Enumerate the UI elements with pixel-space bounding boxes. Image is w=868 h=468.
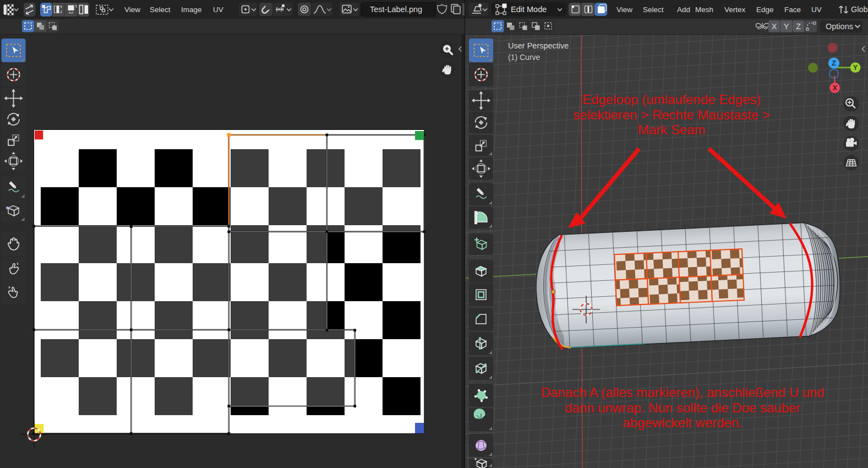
svg-text:Face: Face — [784, 6, 801, 14]
svg-text:Mark Seam: Mark Seam — [638, 122, 706, 137]
svg-text:Z: Z — [796, 22, 801, 31]
svg-text:UV: UV — [811, 6, 822, 14]
svg-text:UV: UV — [213, 6, 223, 14]
svg-text:Mesh: Mesh — [695, 6, 713, 14]
svg-text:Test-Label.png: Test-Label.png — [370, 5, 422, 14]
svg-text:selektieren > Rechte Maustaste: selektieren > Rechte Maustaste > — [573, 107, 770, 122]
svg-text:Z: Z — [832, 59, 836, 67]
svg-text:Add: Add — [677, 6, 690, 14]
svg-text:Y: Y — [853, 64, 858, 72]
svg-text:Danach A (alles markieren), an: Danach A (alles markieren), anschließend… — [541, 385, 825, 400]
svg-text:Select: Select — [643, 6, 664, 14]
svg-text:Edit Mode: Edit Mode — [511, 5, 547, 14]
svg-text:Edge: Edge — [756, 6, 774, 14]
svg-text:abgewickelt werden.: abgewickelt werden. — [623, 415, 742, 430]
svg-text:Y: Y — [784, 22, 789, 31]
svg-text:X: X — [833, 84, 837, 92]
svg-text:Options: Options — [826, 22, 853, 31]
svg-text:dann unwrap. Nun sollte die Do: dann unwrap. Nun sollte die Doe sauber — [565, 400, 800, 415]
svg-text:Vertex: Vertex — [724, 6, 746, 14]
svg-text:View: View — [616, 6, 632, 14]
svg-text:Global: Global — [851, 5, 868, 14]
svg-text:User Perspective: User Perspective — [508, 41, 569, 50]
svg-text:Edgeloop (umlaufende Edges): Edgeloop (umlaufende Edges) — [582, 92, 761, 107]
svg-text:Select: Select — [150, 6, 171, 14]
svg-text:(1) Curve: (1) Curve — [508, 53, 541, 62]
svg-text:View: View — [124, 6, 140, 14]
svg-text:Image: Image — [181, 6, 202, 14]
svg-text:X: X — [772, 22, 777, 31]
